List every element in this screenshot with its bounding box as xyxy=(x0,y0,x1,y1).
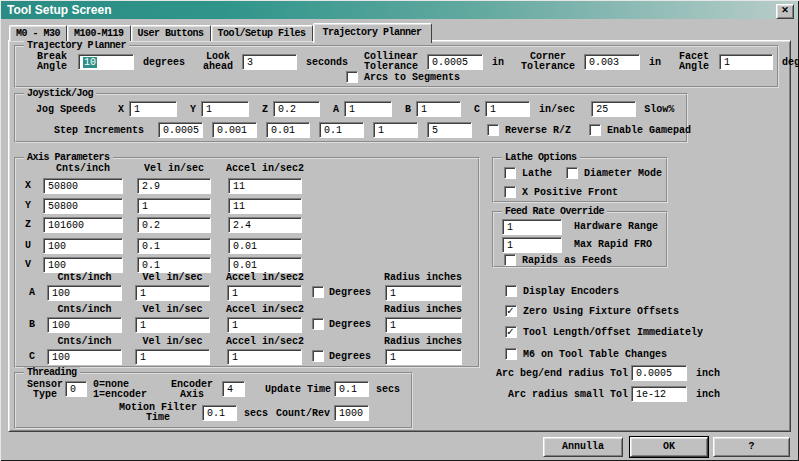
y-accel-input[interactable]: 11 xyxy=(228,198,302,214)
c-accel-input[interactable]: 1 xyxy=(227,349,302,365)
x-vel-input[interactable]: 2.9 xyxy=(137,178,211,194)
a-accel-input[interactable]: 1 xyxy=(227,285,302,301)
step-increment-1-input[interactable]: 0.0005 xyxy=(158,122,203,138)
break-angle-input[interactable]: 10 xyxy=(78,54,134,70)
close-icon[interactable]: ✕ xyxy=(776,4,794,19)
x-accel-input[interactable]: 11 xyxy=(228,178,302,194)
z-accel-input[interactable]: 2.4 xyxy=(228,217,302,233)
jog-z-input[interactable]: 0.2 xyxy=(273,101,320,117)
c-radius-input[interactable]: 1 xyxy=(385,349,462,365)
a-cnts-input[interactable]: 100 xyxy=(47,285,122,301)
b-vel-header: Vel in/sec xyxy=(135,304,210,315)
arcs-to-segments-checkbox[interactable] xyxy=(346,71,358,83)
a-radius-input[interactable]: 1 xyxy=(385,285,462,301)
facet-angle-input[interactable]: 1 xyxy=(719,54,773,70)
corner-tolerance-input[interactable]: 0.003 xyxy=(584,54,640,70)
zero-using-fixture-offsets-checkbox[interactable] xyxy=(505,305,517,317)
c-degrees-checkbox[interactable] xyxy=(312,350,324,362)
tab-m100-m119[interactable]: M100-M119 xyxy=(67,25,131,41)
hardware-range-input[interactable]: 1 xyxy=(502,219,562,235)
v-accel-input[interactable]: 0.01 xyxy=(228,257,302,273)
feed-rate-override-legend: Feed Rate Override xyxy=(502,206,607,217)
z-cnts-input[interactable]: 101600 xyxy=(43,217,123,233)
max-rapid-fro-input[interactable]: 1 xyxy=(502,237,562,253)
b-accel-input[interactable]: 1 xyxy=(227,317,302,333)
tab-m0-m30[interactable]: M0 - M30 xyxy=(9,25,67,41)
u-accel-input[interactable]: 0.01 xyxy=(228,238,302,254)
tool-length-offset-immediately-label: Tool Length/Offset Immediately xyxy=(523,327,703,338)
update-time-input[interactable]: 0.1 xyxy=(334,381,369,397)
m6-on-tool-table-changes-checkbox[interactable] xyxy=(505,348,517,360)
jog-a-input[interactable]: 1 xyxy=(344,101,392,117)
step-increment-5-input[interactable]: 1 xyxy=(373,122,418,138)
update-time-label: Update Time xyxy=(260,384,331,395)
cancel-button[interactable]: Annulla xyxy=(543,437,623,457)
lathe-checkbox[interactable] xyxy=(504,167,516,179)
c-vel-input[interactable]: 1 xyxy=(135,349,210,365)
window-title: Tool Setup Screen xyxy=(7,3,111,17)
y-vel-input[interactable]: 1 xyxy=(137,198,211,214)
sensor-type-hint: 0=none1=encoder xyxy=(93,380,147,400)
c-cnts-input[interactable]: 100 xyxy=(47,349,122,365)
count-per-rev-input[interactable]: 1000 xyxy=(334,405,369,421)
axis-a-label: A xyxy=(29,287,35,298)
jog-a-label: A xyxy=(333,104,339,115)
rapids-as-feeds-checkbox[interactable] xyxy=(504,254,516,266)
title-bar: Tool Setup Screen ✕ xyxy=(1,1,798,19)
encoder-axis-input[interactable]: 4 xyxy=(222,381,245,397)
v-vel-input[interactable]: 0.1 xyxy=(137,257,211,273)
b-cnts-input[interactable]: 100 xyxy=(47,317,122,333)
c-cnts-header: Cnts/inch xyxy=(47,336,122,347)
accel-header: Accel in/sec2 xyxy=(226,163,304,174)
tool-length-offset-immediately-checkbox[interactable] xyxy=(505,326,517,338)
jog-b-input[interactable]: 1 xyxy=(416,101,461,117)
step-increment-6-input[interactable]: 5 xyxy=(427,122,472,138)
a-degrees-checkbox[interactable] xyxy=(312,286,324,298)
v-cnts-input[interactable]: 100 xyxy=(43,257,123,273)
sensor-type-input[interactable]: 0 xyxy=(65,381,87,397)
u-vel-input[interactable]: 0.1 xyxy=(137,238,211,254)
arc-radius-small-tol-input[interactable]: 1e-12 xyxy=(631,386,687,402)
display-encoders-checkbox[interactable] xyxy=(505,285,517,297)
axis-x-label: X xyxy=(25,180,31,191)
rapids-as-feeds-label: Rapids as Feeds xyxy=(522,255,612,266)
slow-percent-input[interactable]: 25 xyxy=(591,101,636,117)
b-degrees-label: Degrees xyxy=(329,319,371,330)
jog-y-input[interactable]: 1 xyxy=(201,101,249,117)
cnts-header: Cnts/inch xyxy=(43,163,123,174)
lathe-options-legend: Lathe Options xyxy=(502,152,580,163)
ok-button[interactable]: OK xyxy=(630,437,708,457)
tab-tool-setup-files[interactable]: Tool/Setup Files xyxy=(211,25,313,41)
motion-filter-time-label: Motion FilterTime xyxy=(118,403,198,423)
a-vel-input[interactable]: 1 xyxy=(135,285,210,301)
jog-x-input[interactable]: 1 xyxy=(129,101,177,117)
tab-trajectory-planner[interactable]: Trajectory Planner xyxy=(313,23,432,43)
motion-filter-time-input[interactable]: 0.1 xyxy=(202,405,237,421)
look-ahead-input[interactable]: 3 xyxy=(242,54,297,70)
x-positive-front-checkbox[interactable] xyxy=(504,186,516,198)
z-vel-input[interactable]: 0.2 xyxy=(137,217,211,233)
b-radius-input[interactable]: 1 xyxy=(385,317,462,333)
x-cnts-input[interactable]: 50800 xyxy=(43,178,123,194)
step-increment-3-input[interactable]: 0.01 xyxy=(266,122,310,138)
axis-y-label: Y xyxy=(25,200,31,211)
b-vel-input[interactable]: 1 xyxy=(135,317,210,333)
c-radius-header: Radius inches xyxy=(382,336,464,347)
arc-beg-end-radius-tol-input[interactable]: 0.0005 xyxy=(631,365,687,381)
facet-angle-unit: degrees xyxy=(782,57,799,68)
trajectory-planner-legend: Trajectory Planner xyxy=(24,40,129,51)
step-increment-2-input[interactable]: 0.001 xyxy=(212,122,257,138)
enable-gamepad-checkbox[interactable] xyxy=(589,124,601,136)
tab-user-buttons[interactable]: User Buttons xyxy=(131,25,211,41)
reverse-rz-checkbox[interactable] xyxy=(487,124,499,136)
y-cnts-input[interactable]: 50800 xyxy=(43,198,123,214)
collinear-tolerance-input[interactable]: 0.0005 xyxy=(427,54,483,70)
help-button[interactable]: ? xyxy=(713,437,790,457)
b-degrees-checkbox[interactable] xyxy=(312,318,324,330)
diameter-mode-checkbox[interactable] xyxy=(566,167,578,179)
u-cnts-input[interactable]: 100 xyxy=(43,238,123,254)
corner-tolerance-label: CornerTolerance xyxy=(518,52,578,72)
threading-legend: Threading xyxy=(24,367,80,378)
step-increment-4-input[interactable]: 0.1 xyxy=(319,122,364,138)
jog-c-input[interactable]: 1 xyxy=(485,101,530,117)
